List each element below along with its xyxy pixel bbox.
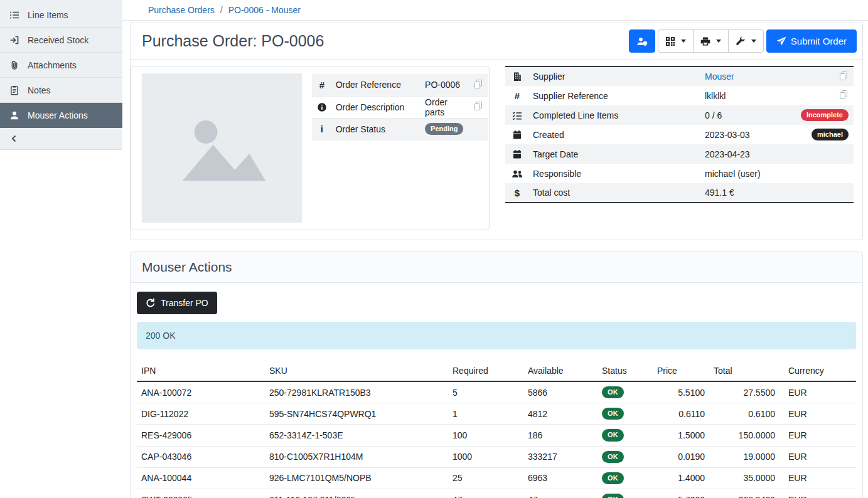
submit-order-button[interactable]: Submit Order (766, 29, 857, 53)
sidebar-item-label: Received Stock (28, 35, 88, 45)
cell-ipn: ANA-100044 (137, 467, 265, 489)
cell-sku: 926-LMC7101QM5/NOPB (265, 467, 448, 489)
column-header-status: Status (597, 361, 653, 381)
table-row: # Order Reference PO-0006 (312, 74, 488, 96)
table-header-row: IPN SKU Required Available Status Price … (137, 361, 856, 381)
copy-icon[interactable] (474, 80, 482, 88)
mouser-actions-panel: Mouser Actions Transfer PO 200 OK IPN (130, 252, 863, 498)
order-info-section: Supplier Mouser # Supplier Reference lkl… (505, 66, 854, 230)
cell-sku: 810-C1005X7R1H104M (265, 446, 448, 467)
cell-available: 4812 (523, 403, 597, 425)
copy-icon[interactable] (840, 72, 847, 80)
sidebar-item-attachments[interactable]: Attachments (0, 53, 122, 78)
purchase-order-panel: Purchase Order: PO-0006 (130, 23, 863, 240)
sidebar-item-received-stock[interactable]: Received Stock (0, 28, 122, 53)
table-row: ANA-100072 250-72981KLRATR150B3 5 5866 O… (137, 381, 856, 403)
users-icon (512, 169, 523, 179)
cell-currency: EUR (780, 425, 856, 446)
column-header-required: Required (448, 361, 523, 381)
supplier-link[interactable]: Mouser (705, 72, 734, 82)
hash-icon: # (512, 90, 522, 101)
clipboard-icon (9, 85, 19, 95)
cell-available: 333217 (523, 446, 597, 467)
detail-value: Order parts (421, 96, 467, 118)
cell-required: 1000 (448, 446, 523, 467)
cell-ipn: RES-429006 (137, 425, 265, 446)
cell-total: 268.8400 (709, 489, 780, 498)
sidebar-item-label: Notes (28, 85, 51, 95)
building-icon (512, 72, 522, 82)
detail-label: Order Status (332, 118, 421, 140)
table-row: Supplier Mouser (505, 66, 854, 86)
detail-value: michael (user) (701, 164, 793, 183)
main-content: Purchase Orders / PO-0006 - Mouser Purch… (122, 0, 868, 498)
cell-required: 5 (448, 381, 523, 403)
table-row: # Supplier Reference lklklkl (505, 86, 854, 105)
user-badge: michael (812, 129, 849, 140)
cell-ipn: SWT-200005 (137, 489, 265, 498)
sidebar-item-notes[interactable]: Notes (0, 78, 122, 103)
print-actions-button[interactable] (693, 29, 729, 53)
page-title: Purchase Order: PO-0006 (142, 32, 324, 50)
detail-label: Supplier Reference (529, 86, 701, 105)
cell-sku: 611-110.107.011/0205 (265, 489, 448, 498)
table-row: CAP-043046 810-C1005X7R1H104M 1000 33321… (137, 446, 856, 467)
cell-required: 100 (448, 425, 523, 446)
order-info-table: Supplier Mouser # Supplier Reference lkl… (505, 66, 854, 203)
breadcrumb-link-purchase-orders[interactable]: Purchase Orders (148, 5, 215, 15)
ok-status-badge: OK (602, 408, 624, 420)
paper-plane-icon (776, 36, 786, 46)
breadcrumb-link-current-order[interactable]: PO-0006 - Mouser (228, 5, 301, 15)
order-actions-button[interactable] (728, 29, 764, 53)
chevron-down-icon (716, 40, 721, 43)
column-header-currency: Currency (780, 361, 856, 381)
app-root: Line Items Received Stock Attachments No… (0, 0, 868, 498)
printer-icon (700, 36, 710, 46)
detail-value: 2023-04-23 (701, 144, 793, 164)
detail-label: Responsible (529, 164, 701, 183)
copy-icon[interactable] (474, 102, 482, 110)
info-icon: i (317, 124, 327, 134)
detail-label: Total cost (529, 183, 701, 203)
sidebar-item-mouser-actions[interactable]: Mouser Actions (0, 103, 122, 128)
order-details-section: # Order Reference PO-0006 Order Descript… (131, 60, 862, 240)
cell-total: 27.5500 (709, 381, 780, 403)
submit-order-label: Submit Order (791, 36, 847, 46)
sidebar-item-line-items[interactable]: Line Items (0, 3, 122, 28)
ok-status-badge: OK (602, 494, 624, 498)
table-row: Order Description Order parts (312, 96, 488, 118)
ok-status-badge: OK (602, 472, 624, 484)
cell-currency: EUR (780, 467, 856, 489)
panel-title: Mouser Actions (142, 260, 851, 275)
cell-ipn: ANA-100072 (137, 381, 265, 403)
admin-button[interactable] (629, 29, 655, 53)
cell-required: 25 (448, 467, 523, 489)
barcode-actions-button[interactable] (658, 29, 694, 53)
toolbar-button-group (658, 29, 764, 53)
sidebar-collapse-button[interactable] (0, 128, 122, 150)
column-header-available: Available (523, 361, 597, 381)
sidebar-item-label: Attachments (28, 60, 77, 70)
table-row: RES-429006 652-3314Z-1-503E 100 186 OK 1… (137, 425, 856, 446)
line-items-table: IPN SKU Required Available Status Price … (137, 361, 856, 498)
table-row: Target Date 2023-04-23 (505, 144, 854, 164)
transfer-po-button[interactable]: Transfer PO (137, 292, 217, 314)
chevron-down-icon (681, 40, 686, 43)
cell-price: 5.5100 (653, 381, 709, 403)
status-alert: 200 OK (137, 322, 856, 349)
hash-icon: # (317, 80, 327, 90)
order-summary-card: # Order Reference PO-0006 Order Descript… (131, 66, 490, 230)
incomplete-badge: Incomplete (801, 109, 849, 121)
calendar-icon (512, 130, 522, 140)
cell-price: 0.6110 (653, 403, 709, 425)
cell-required: 1 (448, 403, 523, 425)
cell-sku: 652-3314Z-1-503E (265, 425, 448, 446)
breadcrumb: Purchase Orders / PO-0006 - Mouser (122, 0, 868, 21)
copy-icon[interactable] (840, 90, 847, 99)
table-row: SWT-200005 611-110.107.011/0205 47 47 OK… (137, 489, 856, 498)
detail-label: Target Date (529, 144, 701, 164)
order-image-placeholder[interactable] (142, 73, 302, 223)
cell-sku: 595-SN74HCS74QPWRQ1 (265, 403, 448, 425)
ok-status-badge: OK (602, 429, 624, 441)
detail-label: Completed Line Items (529, 105, 701, 125)
